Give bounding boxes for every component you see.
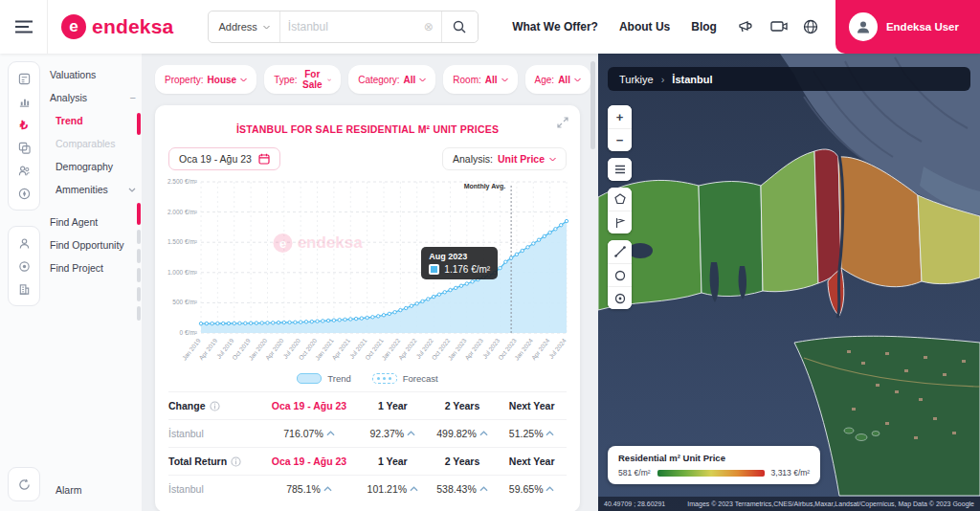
chevron-down-icon [327, 78, 331, 82]
nav-blog[interactable]: Blog [691, 20, 717, 33]
total-return-title: Total Return [168, 455, 227, 467]
up-arrow-icon [546, 486, 554, 492]
svg-text:500 €/m²: 500 €/m² [172, 299, 197, 305]
map-price-legend: Residential m² Unit Price 581 €/m² 3,313… [608, 446, 820, 484]
search-icon [453, 20, 466, 33]
address-search: Address ⊗ [208, 11, 478, 43]
room-filter[interactable]: Room:All [443, 65, 517, 94]
total-return-table-row: İstanbul 785.1% 101.21% 538.43% 59.65% [168, 475, 567, 502]
header: e endeksa Address ⊗ What We Offer? About… [0, 0, 980, 54]
demography-icon[interactable] [10, 159, 38, 182]
amenities-icon[interactable] [10, 182, 38, 205]
sidebar-item-find-opportunity[interactable]: Find Opportunity [48, 233, 138, 256]
legend-min-value: 581 €/m² [618, 468, 651, 478]
sidebar-item-find-project[interactable]: Find Project [48, 256, 138, 279]
forecast-swatch-icon [372, 373, 397, 384]
sidebar-item-demography[interactable]: Demography [48, 155, 138, 178]
sidebar-item-ammenities[interactable]: Ammenities [48, 178, 138, 201]
find-opportunity-icon[interactable] [10, 255, 38, 278]
clear-search-icon[interactable]: ⊗ [424, 20, 434, 33]
tooltip-value: 1.176 €/m² [444, 264, 490, 275]
analysis-type-dropdown[interactable]: Analysis: Unit Price [442, 147, 567, 170]
valuations-icon[interactable] [10, 67, 38, 90]
sidebar-item-find-agent[interactable]: Find Agent [48, 211, 138, 233]
find-agent-icon[interactable] [10, 232, 38, 255]
date-range-picker[interactable]: Oca 19 - Ağu 23 [168, 147, 280, 170]
row-label: İstanbul [168, 428, 260, 439]
col-2-years: 2 Years [428, 400, 498, 411]
breadcrumb-city: İstanbul [672, 74, 712, 85]
up-arrow-icon [479, 486, 488, 492]
info-icon[interactable] [210, 401, 220, 411]
search-input[interactable] [280, 20, 424, 33]
find-project-icon[interactable] [10, 278, 38, 300]
hamburger-icon [15, 20, 33, 33]
flag-tool-button[interactable] [608, 211, 632, 233]
search-button[interactable] [441, 11, 478, 42]
trend-lira-icon[interactable]: ₺ [10, 113, 38, 136]
price-trend-chart[interactable]: 0 €/m²500 €/m²1.000 €/m²1.500 €/m²2.000 … [161, 172, 574, 369]
circle-tool-button[interactable] [608, 263, 632, 286]
svg-text:2.000 €/m²: 2.000 €/m² [167, 209, 198, 215]
camera-icon[interactable] [770, 19, 788, 33]
svg-text:0 €/m²: 0 €/m² [180, 329, 198, 336]
sidebar-item-analysis[interactable]: Analysis− [48, 86, 138, 109]
search-category-dropdown[interactable]: Address [209, 11, 279, 42]
polygon-tool-button[interactable] [608, 188, 632, 211]
age-filter[interactable]: Age:All [525, 65, 590, 94]
globe-icon[interactable] [803, 19, 818, 34]
content-scrollbar[interactable] [590, 61, 595, 149]
point-tool-button[interactable] [608, 286, 632, 309]
category-filter[interactable]: Category:All [348, 65, 435, 94]
total-return-period[interactable]: Oca 19 - Ağu 23 [260, 455, 358, 467]
col-1-year: 1 Year [358, 400, 428, 411]
megaphone-icon[interactable] [738, 19, 755, 34]
sidebar-menu: Valuations Analysis− Trend Comparables D… [48, 63, 138, 279]
breadcrumb-country[interactable]: Turkiye [619, 74, 654, 85]
svg-text:Monthly Avg.: Monthly Avg. [464, 183, 505, 190]
sidebar-icon-rail-top: ₺ [8, 61, 40, 211]
property-filter[interactable]: Property:House [155, 65, 256, 94]
sidebar: ₺ Valuations Analysis− Trend Comparables… [0, 54, 142, 511]
sidebar-scrollbar[interactable] [137, 203, 141, 321]
sidebar-item-trend[interactable]: Trend [48, 109, 138, 132]
expand-chart-button[interactable] [557, 117, 568, 128]
info-icon[interactable] [231, 456, 241, 467]
sidebar-item-valuations[interactable]: Valuations [48, 63, 138, 86]
trend-swatch-icon [297, 373, 322, 384]
nav-about-us[interactable]: About Us [619, 20, 670, 33]
analysis-icon[interactable] [10, 90, 38, 113]
measure-tool-button[interactable] [608, 240, 632, 263]
breadcrumb-separator-icon: › [661, 74, 665, 85]
map-canvas[interactable] [598, 54, 980, 511]
sidebar-item-comparables[interactable]: Comparables [48, 132, 138, 155]
analysis-label: Analysis: [453, 153, 493, 165]
legend-forecast: Forecast [372, 373, 438, 384]
up-arrow-icon [323, 486, 332, 492]
map-breadcrumb: Turkiye › İstanbul [608, 67, 970, 91]
sidebar-icon-rail-mid [8, 226, 40, 306]
layers-button[interactable] [608, 158, 632, 181]
zoom-out-button[interactable]: − [608, 128, 632, 151]
chart-tooltip: Aug 2023 1.176 €/m² [421, 247, 498, 279]
user-account-button[interactable]: Endeksa User [835, 0, 980, 54]
change-table: Change Oca 19 - Ağu 23 1 Year 2 Years Ne… [168, 391, 567, 502]
map-panel: Turkiye › İstanbul + − Residential [598, 54, 980, 511]
type-filter[interactable]: Type:For Sale [264, 65, 341, 94]
nav-what-we-offer[interactable]: What We Offer? [512, 20, 598, 33]
endeksa-logo[interactable]: e endeksa [48, 14, 192, 39]
hamburger-menu-button[interactable] [0, 0, 48, 54]
change-period[interactable]: Oca 19 - Ağu 23 [260, 400, 358, 411]
endeksa-app: e endeksa Address ⊗ What We Offer? About… [0, 0, 980, 511]
sidebar-item-alarm[interactable]: Alarm [56, 484, 81, 496]
map-coordinates: 40.49709 ; 28.60291 [604, 500, 665, 507]
change-table-header: Change Oca 19 - Ağu 23 1 Year 2 Years Ne… [168, 391, 567, 419]
up-arrow-icon [546, 431, 554, 436]
map-attribution: 40.49709 ; 28.60291 Images © 2023 Terram… [598, 497, 980, 511]
up-arrow-icon [479, 431, 488, 436]
comparables-icon[interactable] [10, 136, 38, 159]
alarm-icon[interactable] [10, 473, 38, 496]
chevron-down-icon [419, 78, 426, 82]
svg-text:1.000 €/m²: 1.000 €/m² [167, 269, 198, 276]
zoom-in-button[interactable]: + [608, 105, 632, 128]
